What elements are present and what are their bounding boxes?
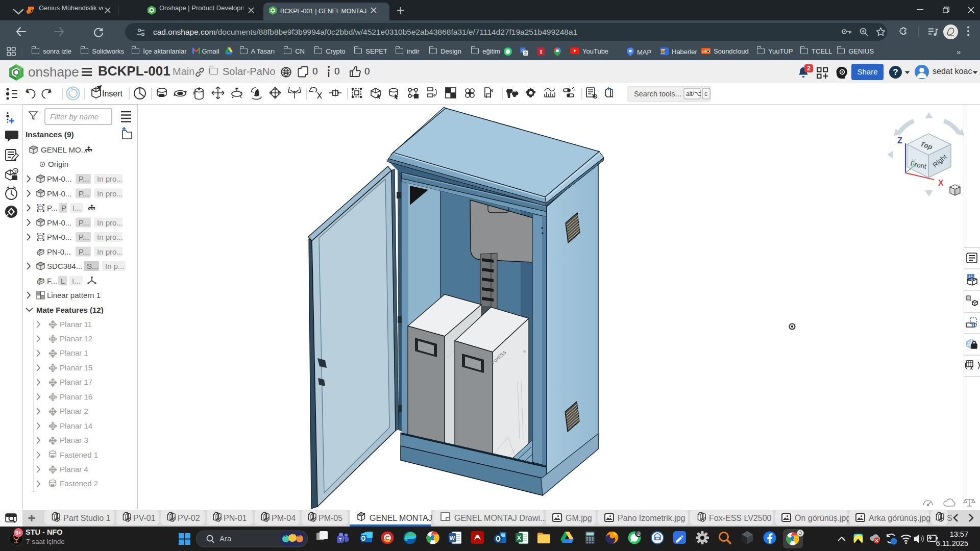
svg-text:In pro...: In pro...	[97, 174, 123, 183]
svg-text:X: X	[938, 179, 944, 187]
svg-text:L: L	[61, 277, 65, 285]
svg-text:Planar 17: Planar 17	[60, 378, 92, 386]
svg-text:PM-0...: PM-0...	[47, 233, 71, 241]
svg-text:Planar 14: Planar 14	[60, 421, 92, 430]
svg-text:In p...: In p...	[105, 262, 125, 270]
svg-text:Origin: Origin	[48, 160, 68, 168]
svg-text:t: t	[540, 48, 542, 56]
svg-text:Planar 3: Planar 3	[60, 436, 88, 444]
svg-text:c: c	[704, 90, 707, 97]
svg-text:P...: P...	[79, 247, 89, 256]
svg-text:Planar 1: Planar 1	[60, 348, 88, 357]
svg-text:Mate Features (12): Mate Features (12)	[36, 306, 104, 314]
svg-text:Planar 2: Planar 2	[60, 407, 88, 415]
svg-text:GENEL MONTAJ: GENEL MONTAJ	[370, 514, 432, 522]
svg-text:In pro...: In pro...	[97, 218, 123, 227]
svg-text:P: P	[61, 204, 66, 212]
svg-text:x: x	[969, 364, 973, 371]
svg-text:13:57: 13:57	[950, 530, 968, 538]
svg-text:Linear pattern 1: Linear pattern 1	[47, 291, 101, 299]
svg-text:Ön görünüş.jpg: Ön görünüş.jpg	[795, 514, 850, 522]
svg-text:P...: P...	[79, 233, 89, 241]
svg-text:2: 2	[638, 532, 640, 537]
svg-text:Z: Z	[897, 136, 902, 145]
svg-text:SDC384...: SDC384...	[47, 262, 82, 270]
svg-text:文: 文	[524, 51, 528, 56]
svg-text:GE: GE	[660, 49, 666, 54]
svg-text:P...: P...	[79, 174, 89, 183]
svg-text:PM-04: PM-04	[272, 514, 296, 522]
svg-text:Planar 12: Planar 12	[60, 334, 92, 343]
svg-text:I...: I...	[72, 277, 81, 285]
svg-text:7 saat içinde: 7 saat içinde	[26, 538, 65, 545]
svg-text:PM-05: PM-05	[318, 514, 342, 522]
svg-text:T: T	[339, 537, 342, 542]
svg-text:P...: P...	[47, 204, 58, 212]
svg-text:P...: P...	[79, 189, 89, 198]
svg-text:Insert: Insert	[102, 89, 123, 98]
svg-text:Search tools...: Search tools...	[634, 90, 681, 98]
svg-text:Pano İzometrik.jpg: Pano İzometrik.jpg	[618, 513, 685, 522]
svg-text:Fox-ESS LV2500: Fox-ESS LV2500	[709, 514, 772, 522]
svg-text:Y: Y	[912, 158, 916, 165]
svg-text:F...: F...	[47, 277, 57, 285]
svg-text:Part Studio 1: Part Studio 1	[63, 514, 111, 522]
svg-text:Planar 4: Planar 4	[60, 465, 88, 473]
svg-text:PM-0...: PM-0...	[47, 218, 71, 227]
svg-text:In pro...: In pro...	[97, 189, 123, 198]
svg-text:PN-01: PN-01	[224, 514, 247, 522]
svg-text:S: S	[947, 514, 952, 522]
svg-text:PM-0...: PM-0...	[47, 189, 71, 198]
svg-text:W: W	[450, 535, 455, 541]
svg-text:I...: I...	[72, 204, 81, 212]
svg-text:Ara: Ara	[219, 534, 232, 543]
svg-text:PV-01: PV-01	[133, 514, 156, 522]
svg-text:Fastened 2: Fastened 2	[60, 479, 98, 488]
svg-text:S...: S...	[87, 262, 99, 270]
svg-text:Fastened 1: Fastened 1	[60, 450, 98, 459]
svg-text:Arka görünüş.jpg: Arka görünüş.jpg	[869, 514, 930, 522]
svg-text:PN-0...: PN-0...	[47, 247, 71, 256]
svg-text:GENEL MO...: GENEL MO...	[41, 145, 87, 154]
svg-text:In pro...: In pro...	[97, 247, 123, 256]
svg-text:STU - NFO: STU - NFO	[26, 528, 63, 536]
svg-text:P...: P...	[79, 218, 89, 227]
svg-text:GM.jpg: GM.jpg	[566, 514, 592, 522]
svg-text:Planar 11: Planar 11	[60, 320, 92, 329]
svg-text:9+: 9+	[15, 530, 21, 536]
svg-text:PV-02: PV-02	[178, 514, 200, 522]
svg-text:alt/⌥: alt/⌥	[686, 90, 701, 97]
svg-text:6.11.2025: 6.11.2025	[936, 539, 968, 547]
svg-text:GENEL MONTAJ Drawi...: GENEL MONTAJ Drawi...	[454, 514, 547, 522]
svg-text:PM-0...: PM-0...	[47, 174, 71, 183]
svg-text:Planar 15: Planar 15	[60, 363, 92, 372]
svg-text:In pro...: In pro...	[97, 233, 123, 241]
svg-text:Planar 16: Planar 16	[60, 392, 92, 401]
